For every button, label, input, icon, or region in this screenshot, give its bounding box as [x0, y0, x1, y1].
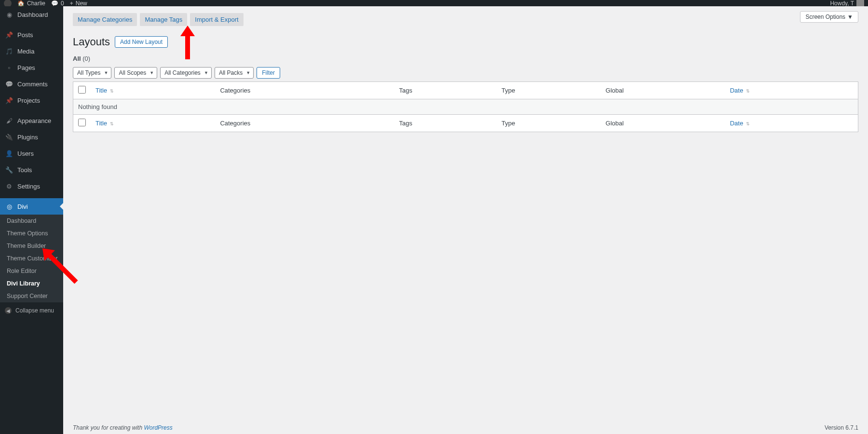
- filter-packs-select[interactable]: All Packs ▼: [215, 67, 254, 79]
- chevron-down-icon: ▼: [204, 70, 208, 75]
- sidebar-item-tools[interactable]: 🔧 Tools: [0, 162, 63, 178]
- filter-all-count: (0): [82, 55, 90, 62]
- tab-manage-tags[interactable]: Manage Tags: [140, 13, 187, 26]
- sidebar-item-projects[interactable]: 📌 Projects: [0, 92, 63, 108]
- divi-icon: ◎: [5, 202, 14, 211]
- sidebar-item-label: Users: [17, 150, 34, 157]
- sidebar-item-users[interactable]: 👤 Users: [0, 145, 63, 162]
- col-title[interactable]: Title ⇅: [91, 82, 215, 99]
- select-all-checkbox-bottom[interactable]: [78, 119, 86, 126]
- sidebar-item-pages[interactable]: ▫ Pages: [0, 59, 63, 76]
- col-tags: Tags: [394, 115, 497, 132]
- sidebar-item-divi[interactable]: ◎ Divi: [0, 198, 63, 215]
- sidebar-item-dashboard[interactable]: ◉ Dashboard: [0, 6, 63, 23]
- filter-scopes-select[interactable]: All Scopes ▼: [114, 67, 157, 79]
- col-categories: Categories: [215, 82, 394, 99]
- col-type: Type: [497, 115, 601, 132]
- col-global: Global: [601, 115, 725, 132]
- sidebar-item-label: Projects: [17, 97, 40, 104]
- filter-packs-label: All Packs: [219, 69, 243, 76]
- sort-icon: ⇅: [110, 89, 114, 94]
- chevron-down-icon: ▼: [149, 70, 154, 75]
- comments-menu[interactable]: 💬 0: [51, 0, 64, 6]
- footer-thank-you: Thank you for creating with WordPress: [73, 424, 173, 431]
- library-tabs: Manage Categories Manage Tags Import & E…: [73, 6, 858, 26]
- media-icon: 🎵: [5, 47, 14, 55]
- sidebar-item-label: Appearance: [17, 117, 51, 124]
- sidebar-item-settings[interactable]: ⚙ Settings: [0, 178, 63, 194]
- filter-button[interactable]: Filter: [257, 67, 280, 79]
- admin-topbar: 🏠 Charlie 💬 0 + New Howdy, T: [0, 0, 868, 6]
- sidebar-item-label: Comments: [17, 81, 48, 88]
- sidebar-item-label: Divi: [17, 203, 28, 210]
- avatar-icon: [856, 0, 864, 6]
- select-all-checkbox[interactable]: [78, 86, 86, 94]
- sidebar-item-appearance[interactable]: 🖌 Appearance: [0, 112, 63, 129]
- tab-manage-categories[interactable]: Manage Categories: [73, 13, 137, 26]
- filter-types-label: All Types: [77, 69, 100, 76]
- home-icon: 🏠: [17, 0, 25, 6]
- sidebar-item-label: Dashboard: [17, 11, 48, 18]
- collapse-icon: ◀: [5, 307, 12, 314]
- filter-row: All Types ▼ All Scopes ▼ All Categories …: [73, 67, 858, 79]
- filter-all-label[interactable]: All: [73, 55, 81, 62]
- comments-count: 0: [61, 0, 64, 6]
- sidebar-item-posts[interactable]: 📌 Posts: [0, 27, 63, 43]
- sidebar-item-label: Plugins: [17, 134, 38, 141]
- wrench-icon: 🔧: [5, 165, 14, 174]
- col-date[interactable]: Date ⇅: [725, 82, 858, 99]
- dashboard-icon: ◉: [5, 10, 14, 19]
- user-icon: 👤: [5, 149, 14, 158]
- col-tags: Tags: [394, 82, 497, 99]
- page-title: Layouts: [73, 36, 110, 48]
- sub-item-support-center[interactable]: Support Center: [0, 290, 63, 302]
- pages-icon: ▫: [5, 63, 14, 72]
- site-name-menu[interactable]: 🏠 Charlie: [17, 0, 45, 6]
- sidebar-item-label: Media: [17, 48, 34, 55]
- col-date[interactable]: Date ⇅: [725, 115, 858, 132]
- sub-item-divi-library[interactable]: Divi Library: [0, 277, 63, 290]
- col-date-label: Date: [730, 120, 743, 127]
- sidebar-item-plugins[interactable]: 🔌 Plugins: [0, 129, 63, 145]
- tab-import-export[interactable]: Import & Export: [190, 13, 243, 26]
- empty-message: Nothing found: [73, 99, 858, 115]
- site-name-label: Charlie: [27, 0, 45, 6]
- howdy-label: Howdy, T: [830, 0, 854, 6]
- filter-types-select[interactable]: All Types ▼: [73, 67, 111, 79]
- col-title[interactable]: Title ⇅: [91, 115, 215, 132]
- new-label: New: [76, 0, 87, 6]
- sidebar-item-label: Pages: [17, 64, 35, 71]
- comment-icon: 💬: [5, 80, 14, 88]
- sub-item-theme-customizer[interactable]: Theme Customizer: [0, 252, 63, 265]
- collapse-menu[interactable]: ◀ Collapse menu: [0, 302, 63, 319]
- sidebar-item-comments[interactable]: 💬 Comments: [0, 76, 63, 92]
- admin-sidebar: ◉ Dashboard 📌 Posts 🎵 Media ▫ Pages 💬 Co…: [0, 6, 63, 434]
- col-global: Global: [601, 82, 725, 99]
- wordpress-link[interactable]: WordPress: [144, 424, 172, 431]
- col-type: Type: [497, 82, 601, 99]
- wp-logo-menu[interactable]: [4, 0, 12, 6]
- add-new-layout-button[interactable]: Add New Layout: [115, 36, 168, 48]
- pin-icon: 📌: [5, 30, 14, 39]
- col-title-label: Title: [95, 87, 107, 94]
- brush-icon: 🖌: [5, 116, 14, 125]
- col-title-label: Title: [95, 120, 107, 127]
- sub-item-role-editor[interactable]: Role Editor: [0, 265, 63, 277]
- sidebar-item-label: Settings: [17, 183, 40, 190]
- sidebar-item-media[interactable]: 🎵 Media: [0, 43, 63, 59]
- sub-item-dashboard[interactable]: Dashboard: [0, 215, 63, 227]
- new-content-menu[interactable]: + New: [70, 0, 87, 6]
- sub-item-theme-builder[interactable]: Theme Builder: [0, 240, 63, 252]
- sort-icon: ⇅: [746, 122, 750, 126]
- sidebar-item-label: Posts: [17, 31, 33, 39]
- chevron-down-icon: ▼: [847, 14, 853, 20]
- account-menu[interactable]: Howdy, T: [830, 0, 864, 6]
- screen-options-label: Screen Options: [805, 14, 845, 20]
- sub-item-theme-options[interactable]: Theme Options: [0, 227, 63, 240]
- sort-icon: ⇅: [746, 89, 750, 94]
- filter-categories-select[interactable]: All Categories ▼: [160, 67, 212, 79]
- plus-icon: +: [70, 0, 73, 6]
- divi-submenu: Dashboard Theme Options Theme Builder Th…: [0, 215, 63, 302]
- plug-icon: 🔌: [5, 133, 14, 141]
- screen-options-toggle[interactable]: Screen Options ▼: [800, 11, 858, 23]
